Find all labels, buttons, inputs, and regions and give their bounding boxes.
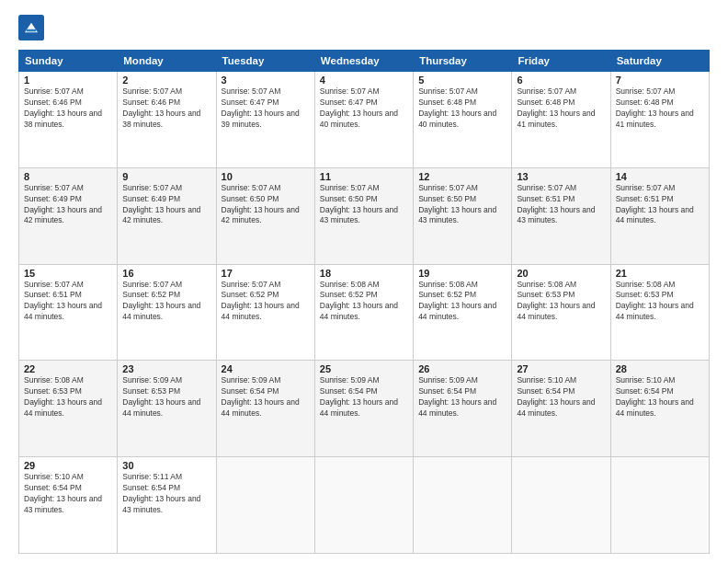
logo xyxy=(18,15,48,40)
calendar-table: SundayMondayTuesdayWednesdayThursdayFrid… xyxy=(18,50,710,554)
calendar-cell: 21Sunrise: 5:08 AMSunset: 6:53 PMDayligh… xyxy=(610,264,709,361)
day-number: 6 xyxy=(517,75,605,86)
day-number: 11 xyxy=(320,171,408,182)
day-info: Sunrise: 5:08 AMSunset: 6:53 PMDaylight:… xyxy=(517,280,605,324)
calendar-cell: 10Sunrise: 5:07 AMSunset: 6:50 PMDayligh… xyxy=(216,167,314,264)
calendar-cell: 26Sunrise: 5:09 AMSunset: 6:54 PMDayligh… xyxy=(414,361,512,457)
day-info: Sunrise: 5:07 AMSunset: 6:52 PMDaylight:… xyxy=(122,280,210,324)
calendar-header: SundayMondayTuesdayWednesdayThursdayFrid… xyxy=(19,51,710,72)
day-number: 23 xyxy=(122,363,210,374)
day-number: 26 xyxy=(418,363,506,374)
day-info: Sunrise: 5:07 AMSunset: 6:50 PMDaylight:… xyxy=(418,183,506,227)
calendar-cell: 19Sunrise: 5:08 AMSunset: 6:52 PMDayligh… xyxy=(414,264,512,361)
calendar-cell: 16Sunrise: 5:07 AMSunset: 6:52 PMDayligh… xyxy=(118,264,216,361)
calendar-cell: 25Sunrise: 5:09 AMSunset: 6:54 PMDayligh… xyxy=(314,361,413,457)
calendar-cell: 24Sunrise: 5:09 AMSunset: 6:54 PMDayligh… xyxy=(216,361,314,457)
day-number: 1 xyxy=(24,75,112,86)
calendar-cell: 18Sunrise: 5:08 AMSunset: 6:52 PMDayligh… xyxy=(314,264,413,361)
weekday-tuesday: Tuesday xyxy=(216,51,314,72)
calendar-body: 1Sunrise: 5:07 AMSunset: 6:46 PMDaylight… xyxy=(19,72,710,554)
calendar-cell: 1Sunrise: 5:07 AMSunset: 6:46 PMDaylight… xyxy=(19,72,118,168)
day-number: 27 xyxy=(517,363,605,374)
day-number: 19 xyxy=(418,268,506,279)
calendar-cell: 27Sunrise: 5:10 AMSunset: 6:54 PMDayligh… xyxy=(512,361,610,457)
calendar-cell: 5Sunrise: 5:07 AMSunset: 6:48 PMDaylight… xyxy=(414,72,512,168)
day-info: Sunrise: 5:07 AMSunset: 6:48 PMDaylight:… xyxy=(517,86,605,131)
day-info: Sunrise: 5:07 AMSunset: 6:47 PMDaylight:… xyxy=(320,86,408,131)
week-row-0: 1Sunrise: 5:07 AMSunset: 6:46 PMDaylight… xyxy=(19,72,710,168)
day-info: Sunrise: 5:07 AMSunset: 6:51 PMDaylight:… xyxy=(616,183,704,227)
day-info: Sunrise: 5:07 AMSunset: 6:47 PMDaylight:… xyxy=(222,86,310,131)
day-number: 2 xyxy=(122,75,210,86)
calendar-cell xyxy=(610,457,709,554)
week-row-2: 15Sunrise: 5:07 AMSunset: 6:51 PMDayligh… xyxy=(19,264,710,361)
day-number: 8 xyxy=(24,171,112,182)
day-info: Sunrise: 5:07 AMSunset: 6:48 PMDaylight:… xyxy=(418,86,506,131)
calendar-cell: 4Sunrise: 5:07 AMSunset: 6:47 PMDaylight… xyxy=(314,72,413,168)
week-row-1: 8Sunrise: 5:07 AMSunset: 6:49 PMDaylight… xyxy=(19,167,710,264)
calendar-cell: 23Sunrise: 5:09 AMSunset: 6:53 PMDayligh… xyxy=(118,361,216,457)
day-number: 15 xyxy=(24,268,112,279)
calendar-cell: 20Sunrise: 5:08 AMSunset: 6:53 PMDayligh… xyxy=(512,264,610,361)
day-info: Sunrise: 5:08 AMSunset: 6:52 PMDaylight:… xyxy=(320,280,408,324)
weekday-thursday: Thursday xyxy=(414,51,512,72)
day-number: 25 xyxy=(320,363,408,374)
week-row-3: 22Sunrise: 5:08 AMSunset: 6:53 PMDayligh… xyxy=(19,361,710,457)
calendar-cell: 6Sunrise: 5:07 AMSunset: 6:48 PMDaylight… xyxy=(512,72,610,168)
day-number: 29 xyxy=(24,460,112,471)
day-info: Sunrise: 5:10 AMSunset: 6:54 PMDaylight:… xyxy=(24,472,112,516)
day-info: Sunrise: 5:08 AMSunset: 6:53 PMDaylight:… xyxy=(24,375,112,419)
calendar-cell: 12Sunrise: 5:07 AMSunset: 6:50 PMDayligh… xyxy=(414,167,512,264)
weekday-monday: Monday xyxy=(118,51,216,72)
calendar-cell: 15Sunrise: 5:07 AMSunset: 6:51 PMDayligh… xyxy=(19,264,118,361)
day-number: 24 xyxy=(222,363,310,374)
header xyxy=(18,15,710,40)
day-number: 14 xyxy=(616,171,704,182)
svg-rect-2 xyxy=(27,29,37,32)
calendar-cell: 14Sunrise: 5:07 AMSunset: 6:51 PMDayligh… xyxy=(610,167,709,264)
calendar-cell: 30Sunrise: 5:11 AMSunset: 6:54 PMDayligh… xyxy=(118,457,216,554)
day-number: 13 xyxy=(517,171,605,182)
day-info: Sunrise: 5:07 AMSunset: 6:48 PMDaylight:… xyxy=(616,86,704,131)
day-number: 3 xyxy=(222,75,310,86)
day-info: Sunrise: 5:11 AMSunset: 6:54 PMDaylight:… xyxy=(122,472,210,516)
page: SundayMondayTuesdayWednesdayThursdayFrid… xyxy=(0,0,728,563)
calendar-cell xyxy=(314,457,413,554)
logo-icon xyxy=(18,15,44,40)
day-number: 18 xyxy=(320,268,408,279)
calendar-cell: 29Sunrise: 5:10 AMSunset: 6:54 PMDayligh… xyxy=(19,457,118,554)
day-info: Sunrise: 5:09 AMSunset: 6:53 PMDaylight:… xyxy=(122,375,210,419)
day-number: 9 xyxy=(122,171,210,182)
calendar-cell: 11Sunrise: 5:07 AMSunset: 6:50 PMDayligh… xyxy=(314,167,413,264)
day-info: Sunrise: 5:08 AMSunset: 6:52 PMDaylight:… xyxy=(418,280,506,324)
calendar-cell xyxy=(512,457,610,554)
weekday-header-row: SundayMondayTuesdayWednesdayThursdayFrid… xyxy=(19,51,710,72)
day-number: 20 xyxy=(517,268,605,279)
day-number: 28 xyxy=(616,363,704,374)
calendar-cell: 9Sunrise: 5:07 AMSunset: 6:49 PMDaylight… xyxy=(118,167,216,264)
day-number: 30 xyxy=(122,460,210,471)
weekday-friday: Friday xyxy=(512,51,610,72)
calendar-cell xyxy=(216,457,314,554)
calendar-cell: 2Sunrise: 5:07 AMSunset: 6:46 PMDaylight… xyxy=(118,72,216,168)
week-row-4: 29Sunrise: 5:10 AMSunset: 6:54 PMDayligh… xyxy=(19,457,710,554)
day-number: 21 xyxy=(616,268,704,279)
calendar-cell: 7Sunrise: 5:07 AMSunset: 6:48 PMDaylight… xyxy=(610,72,709,168)
day-info: Sunrise: 5:09 AMSunset: 6:54 PMDaylight:… xyxy=(222,375,310,419)
day-number: 10 xyxy=(222,171,310,182)
day-number: 5 xyxy=(418,75,506,86)
day-info: Sunrise: 5:09 AMSunset: 6:54 PMDaylight:… xyxy=(320,375,408,419)
calendar-cell xyxy=(414,457,512,554)
weekday-sunday: Sunday xyxy=(19,51,118,72)
day-info: Sunrise: 5:07 AMSunset: 6:49 PMDaylight:… xyxy=(122,183,210,227)
day-number: 12 xyxy=(418,171,506,182)
weekday-wednesday: Wednesday xyxy=(314,51,413,72)
day-info: Sunrise: 5:07 AMSunset: 6:50 PMDaylight:… xyxy=(222,183,310,227)
day-info: Sunrise: 5:07 AMSunset: 6:51 PMDaylight:… xyxy=(24,280,112,324)
day-number: 4 xyxy=(320,75,408,86)
calendar-cell: 28Sunrise: 5:10 AMSunset: 6:54 PMDayligh… xyxy=(610,361,709,457)
day-info: Sunrise: 5:09 AMSunset: 6:54 PMDaylight:… xyxy=(418,375,506,419)
day-info: Sunrise: 5:07 AMSunset: 6:46 PMDaylight:… xyxy=(122,86,210,131)
day-number: 22 xyxy=(24,363,112,374)
day-info: Sunrise: 5:07 AMSunset: 6:50 PMDaylight:… xyxy=(320,183,408,227)
